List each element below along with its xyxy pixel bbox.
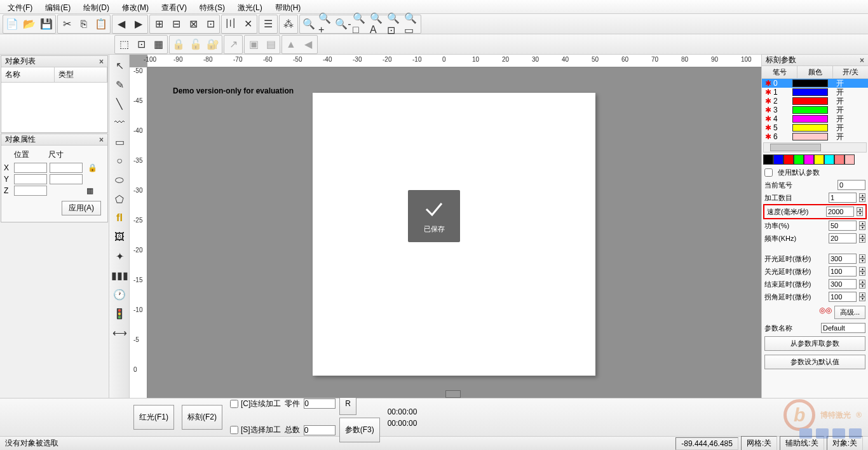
menu-edit[interactable]: 编辑(E) [43,1,73,12]
spinner-icon[interactable]: ▴▾ [859,193,865,202]
select-dashed-icon[interactable]: ⬚ [116,36,132,53]
pen-row[interactable]: ✱3开 [762,106,868,114]
set-default-button[interactable]: 参数设为默认值 [764,355,865,369]
select-label[interactable]: [S]选择加工 [230,425,281,435]
pen-row[interactable]: ✱2开 [762,97,868,106]
color-swatch[interactable] [824,154,834,165]
spinner-icon[interactable]: ▴▾ [859,292,865,301]
pen-row[interactable]: ✱6开 [762,132,868,141]
freq-input[interactable] [829,233,857,243]
text-icon[interactable]: fI [111,209,128,227]
param-name-input[interactable] [821,323,865,333]
menu-laser[interactable]: 激光(L) [235,1,265,12]
apply-button[interactable]: 应用(A) [62,201,101,215]
red-light-button[interactable]: 红光(F1) [133,405,174,430]
spinner-icon[interactable]: ▴▾ [859,267,865,276]
anchor-icon[interactable]: ▦ [86,186,93,195]
color-swatch[interactable] [794,154,804,165]
hatch4-icon[interactable]: ⊡ [202,16,219,32]
color-swatch[interactable] [834,154,844,165]
cut-icon[interactable]: ✂ [58,16,75,32]
pen-hdr-num[interactable]: 笔号 [762,66,797,78]
color-swatch[interactable] [763,154,773,165]
mark-button[interactable]: 标刻(F2) [182,405,222,430]
x-pos-input[interactable] [14,163,47,173]
pen-hdr-color[interactable]: 颜色 [797,66,833,78]
hatch2-icon[interactable]: ⊟ [168,16,184,32]
load-param-button[interactable]: 从参数库取参数 [764,336,865,351]
on-delay-input[interactable] [829,254,857,264]
parts-input[interactable] [304,399,336,409]
advanced-button[interactable]: 高级... [834,306,865,319]
color-swatch[interactable] [773,154,783,165]
z-pos-input[interactable] [14,186,47,196]
spinner-icon[interactable]: ▴▾ [859,221,865,230]
power-input[interactable] [829,221,857,231]
new-icon[interactable]: 📄 [4,16,20,32]
spinner-icon[interactable]: ▴▾ [859,254,865,263]
zoom-icon[interactable]: 🔍 [301,16,317,32]
zoom-in-icon[interactable]: 🔍+ [318,16,334,32]
undo-icon[interactable]: ◀ [113,16,130,32]
col-name[interactable]: 名称 [1,67,55,82]
menu-special[interactable]: 特殊(S) [197,1,227,12]
hatch3-icon[interactable]: ⊠ [185,16,201,32]
select-points-icon[interactable]: ⊡ [133,36,149,53]
paste-icon[interactable]: 📋 [93,16,109,32]
spinner-icon[interactable]: ▴▾ [857,207,863,216]
barcode-icon[interactable]: ▮▮▮ [111,266,128,284]
nodes-icon[interactable]: ⁂ [280,16,297,32]
save-icon[interactable]: 💾 [38,16,55,32]
y-pos-input[interactable] [14,174,47,184]
hatch1-icon[interactable]: ⊞ [151,16,167,32]
scroll-thumb[interactable] [445,390,461,398]
continuous-checkbox[interactable] [230,400,238,408]
close-icon[interactable]: × [99,57,104,66]
color-swatch[interactable] [814,154,824,165]
pen-row[interactable]: ✱1开 [762,88,868,97]
zoom-fit-icon[interactable]: 🔍□ [352,16,369,32]
spinner-icon[interactable]: ▴▾ [859,234,865,243]
circle-icon[interactable]: ○ [111,152,128,170]
signal-icon[interactable]: 🚦 [111,304,128,322]
zoom-sel-icon[interactable]: 🔍⊡ [386,16,403,32]
close-icon[interactable]: × [860,56,864,65]
use-default-checkbox[interactable] [764,168,773,177]
menu-file[interactable]: 文件(F) [5,1,35,12]
image-icon[interactable]: 🖼 [111,228,128,246]
pen-row[interactable]: ✱5开 [762,123,868,132]
polygon-icon[interactable]: ⬠ [111,190,128,208]
pen-scrollbar[interactable] [763,142,867,153]
param-f3-button[interactable]: 参数(F3) [339,418,380,442]
speed-input[interactable] [826,207,854,217]
end-delay-input[interactable] [829,279,857,289]
total-input[interactable] [304,425,336,435]
extend-icon[interactable]: 〣 [222,16,239,32]
timer-icon[interactable]: 🕐 [111,285,128,303]
node-edit-icon[interactable]: ✎ [111,76,128,93]
continuous-label[interactable]: [C]连续加工 [230,399,281,409]
list-icon[interactable]: ☰ [260,16,276,32]
select-area-icon[interactable]: ▦ [150,36,166,53]
copy-icon[interactable]: ⎘ [76,16,92,32]
menu-help[interactable]: 帮助(H) [273,1,304,12]
x-size-input[interactable] [50,163,83,173]
encoder-icon[interactable]: ⟷ [111,324,128,341]
zoom-page-icon[interactable]: 🔍▭ [403,16,420,32]
ellipse-icon[interactable]: ⬭ [111,171,128,189]
pen-row[interactable]: ✱4开 [762,114,868,123]
color-swatch[interactable] [844,154,855,165]
open-icon[interactable]: 📂 [21,16,37,32]
rect-icon[interactable]: ▭ [111,133,128,151]
pen-hdr-onoff[interactable]: 开/关 [833,66,868,78]
select-checkbox[interactable] [230,426,238,434]
current-pen-input[interactable] [837,180,865,190]
work-count-input[interactable] [829,193,857,203]
curve-icon[interactable]: 〰 [111,114,128,132]
menu-view[interactable]: 查看(V) [159,1,189,12]
menu-modify[interactable]: 修改(M) [119,1,151,12]
col-type[interactable]: 类型 [55,67,108,82]
settings-icon[interactable]: ✕ [240,16,256,32]
rings-icon[interactable]: ◎◎ [819,306,832,319]
color-swatch[interactable] [783,154,794,165]
